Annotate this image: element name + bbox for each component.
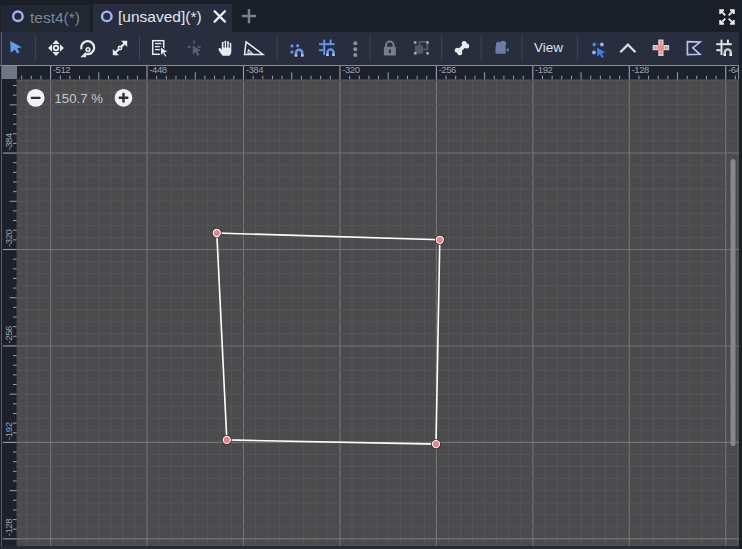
svg-text:-512: -512 [53, 64, 71, 75]
svg-text:-256: -256 [3, 326, 14, 344]
svg-text:-192: -192 [3, 422, 14, 440]
svg-text:-128: -128 [632, 64, 650, 75]
svg-text:-256: -256 [439, 64, 457, 75]
svg-text:-384: -384 [3, 133, 14, 151]
svg-text:-320: -320 [342, 64, 360, 75]
svg-text:-384: -384 [246, 64, 264, 75]
svg-text:-448: -448 [149, 64, 167, 75]
svg-text:-128: -128 [3, 519, 14, 537]
svg-text:150.7 %: 150.7 % [55, 91, 104, 106]
svg-text:-320: -320 [3, 229, 14, 247]
svg-text:-192: -192 [535, 64, 553, 75]
